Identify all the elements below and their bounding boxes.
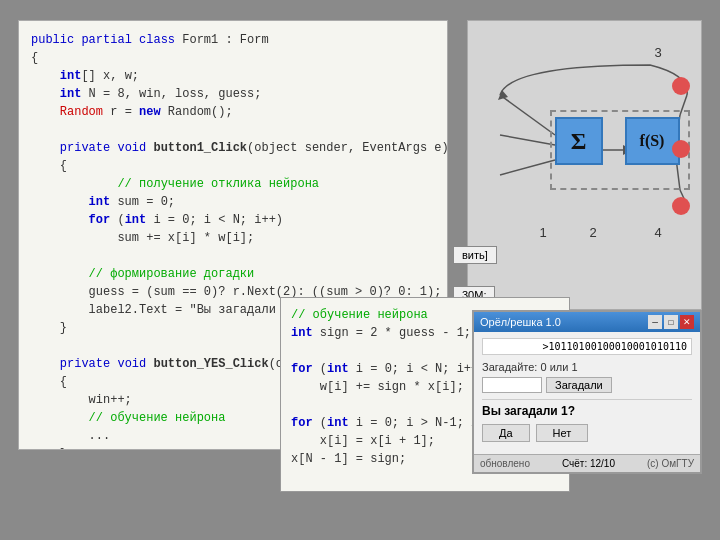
code-line: sum += x[i] * w[i]; <box>31 229 435 247</box>
nn-output-circle-3 <box>672 197 690 215</box>
code-line: public partial class Form1 : Form <box>31 31 435 49</box>
dialog-yes-no-row: Да Нет <box>482 424 692 442</box>
binary-display: >10110100100010001010110 <box>482 338 692 355</box>
code-line: { <box>31 49 435 67</box>
nn-sum-box: Σ <box>555 117 603 165</box>
dialog-no-btn[interactable]: Нет <box>536 424 589 442</box>
code-line: int sum = 0; <box>31 193 435 211</box>
dialog-input-row: Загадали <box>482 377 692 393</box>
dialog-guess-input[interactable] <box>482 377 542 393</box>
dialog-question: Вы загадали 1? <box>482 404 692 418</box>
nn-label-1: 1 <box>540 225 547 240</box>
nn-diagram-panel: 3 1 2 4 Σ f(S) <box>467 20 702 310</box>
nn-fs-box: f(S) <box>625 117 680 165</box>
dialog-body: >10110100100010001010110 Загадайте: 0 ил… <box>474 332 700 454</box>
svg-line-1 <box>500 135 555 145</box>
svg-line-0 <box>500 95 555 135</box>
dialog-window: Орёл/решка 1.0 ─ □ ✕ >101101001000100010… <box>472 310 702 474</box>
dialog-footer-score: Счёт: 12/10 <box>562 458 615 469</box>
code-line: int[] x, w; <box>31 67 435 85</box>
nn-label-3: 3 <box>655 45 662 60</box>
dialog-footer-status: обновлено <box>480 458 530 469</box>
dialog-zagadali-btn[interactable]: Загадали <box>546 377 612 393</box>
dialog-maximize-btn[interactable]: □ <box>664 315 678 329</box>
code-line <box>31 121 435 139</box>
dialog-yes-btn[interactable]: Да <box>482 424 530 442</box>
dialog-close-btn[interactable]: ✕ <box>680 315 694 329</box>
nn-output-circle-1 <box>672 77 690 95</box>
nn-label-4: 4 <box>655 225 662 240</box>
code-line: int N = 8, win, loss, guess; <box>31 85 435 103</box>
dialog-window-buttons[interactable]: ─ □ ✕ <box>648 315 694 329</box>
sum-symbol: Σ <box>571 128 587 155</box>
code-line <box>31 247 435 265</box>
code-line: { <box>31 157 435 175</box>
code-line: // формирование догадки <box>31 265 435 283</box>
tooltip-btn-1[interactable]: вить] <box>453 246 497 264</box>
svg-marker-10 <box>498 90 508 100</box>
dialog-guess-label: Загадайте: 0 или 1 <box>482 361 692 373</box>
nn-output-circle-2 <box>672 140 690 158</box>
code-line: // получение отклика нейрона <box>31 175 435 193</box>
nn-label-2: 2 <box>590 225 597 240</box>
dialog-footer: обновлено Счёт: 12/10 (с) ОмГТУ <box>474 454 700 472</box>
code-line: Random r = new Random(); <box>31 103 435 121</box>
dialog-titlebar: Орёл/решка 1.0 ─ □ ✕ <box>474 312 700 332</box>
svg-line-2 <box>500 160 555 175</box>
dialog-footer-copyright: (с) ОмГТУ <box>647 458 694 469</box>
dialog-minimize-btn[interactable]: ─ <box>648 315 662 329</box>
dialog-divider <box>482 399 692 400</box>
code-line: private void button1_Click(object sender… <box>31 139 435 157</box>
fs-symbol: f(S) <box>640 132 665 150</box>
code-line: for (int i = 0; i < N; i++) <box>31 211 435 229</box>
dialog-title: Орёл/решка 1.0 <box>480 316 561 328</box>
nn-diagram: 3 1 2 4 Σ f(S) <box>480 35 690 295</box>
